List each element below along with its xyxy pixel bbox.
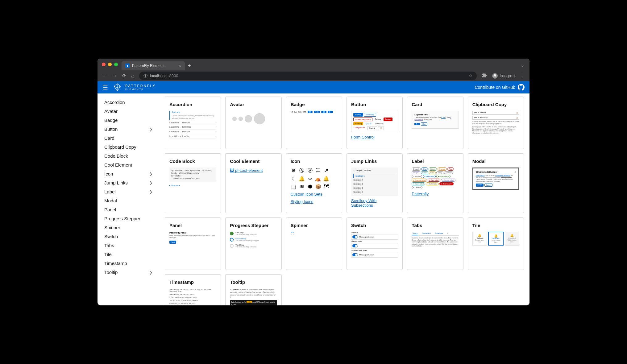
logo[interactable]: PATTERNFLY ELEMENTS — [113, 83, 156, 92]
info-icon[interactable]: ⓘ — [143, 73, 147, 79]
sidebar-item-switch[interactable]: Switch — [98, 232, 159, 241]
sidebar-item-clipboard-copy[interactable]: Clipboard Copy — [98, 143, 159, 151]
contribute-link[interactable]: Contribute on GitHub — [475, 84, 525, 91]
sidebar-item-tabs[interactable]: Tabs — [98, 241, 159, 250]
accessibility-icon: Ⓐ — [299, 168, 305, 174]
minimize-icon[interactable] — [108, 63, 112, 66]
card-grid: Accordion Item one Lorem ipsum dolor sit… — [165, 97, 524, 305]
sidebar-item-jump-links[interactable]: Jump Links❯ — [98, 178, 159, 187]
extensions-icon[interactable] — [482, 72, 487, 79]
tab-title: PatternFly Elements — [132, 64, 165, 68]
sidebar-item-avatar[interactable]: Avatar — [98, 107, 159, 116]
card-badge[interactable]: Badge 1724240900 179001024 — [286, 97, 342, 149]
tabs-menu-icon[interactable]: ⌄ — [521, 63, 525, 68]
incognito-badge[interactable]: Incognito — [492, 73, 515, 79]
reload-icon[interactable]: ⟳ — [122, 73, 126, 79]
sidebar-item-tile[interactable]: Tile — [98, 250, 159, 259]
sidebar-item-panel[interactable]: Panel — [98, 205, 159, 214]
select-icon: ⬚ — [291, 184, 297, 189]
card-timestamp[interactable]: Timestamp Wednesday, January 25, 2023 at… — [165, 274, 221, 305]
card-accordion[interactable]: Accordion Item one Lorem ipsum dolor sit… — [165, 97, 221, 149]
sidebar-item-icon[interactable]: Icon❯ — [98, 169, 159, 178]
logo-icon — [113, 83, 122, 92]
sidebar: AccordionAvatarBadgeButton❯CardClipboard… — [98, 93, 159, 305]
browser-menu-icon[interactable]: ⋮ — [520, 73, 525, 79]
styling-icons-link[interactable]: Styling Icons — [291, 199, 314, 204]
layers-icon: ≋ — [299, 184, 305, 189]
sidebar-item-card[interactable]: Card — [98, 134, 159, 143]
card-progress[interactable]: Progress Stepper First StepThis is the f… — [225, 217, 281, 270]
avatar-icon — [254, 113, 265, 124]
card-tooltip[interactable]: Tooltip A Tooltip is a piece of flow con… — [225, 274, 281, 305]
sidebar-item-label[interactable]: Label❯ — [98, 187, 159, 196]
patternfly-link[interactable]: Patternfly — [412, 192, 429, 196]
sidebar-item-badge[interactable]: Badge — [98, 116, 159, 125]
form-control-link[interactable]: Form Control — [351, 135, 375, 139]
card-panel[interactable]: Panel PatternFly Panel Web content conta… — [165, 217, 221, 270]
url-input[interactable]: ⓘ localhost:8000 ☆ — [139, 72, 477, 80]
bookmark-icon[interactable]: ☆ — [469, 73, 472, 78]
card-label[interactable]: Label DefaultBlueGreenOrangeRedPurple Cy… — [407, 153, 463, 213]
logo-sub: ELEMENTS — [125, 88, 156, 91]
card-title: Switch — [351, 223, 398, 228]
check-icon — [230, 232, 234, 235]
card-clipboard[interactable]: Clipboard Copy This is editable📋 This is… — [468, 97, 524, 149]
url-port: :8000 — [168, 73, 178, 78]
card-spinner[interactable]: Spinner — [286, 217, 342, 270]
chevron-right-icon: ❯ — [149, 181, 152, 185]
close-icon[interactable] — [102, 63, 106, 66]
card-card[interactable]: Card Lightest card This is the lightest … — [407, 97, 463, 149]
card-tabs[interactable]: Tabs Users Containers Database › In natu… — [407, 217, 463, 270]
url-host: localhost — [150, 73, 166, 78]
bell-icon: 🔔 — [474, 234, 485, 237]
card-title: Timestamp — [169, 279, 216, 285]
share-icon: ↗ — [323, 168, 329, 174]
main-area: AccordionAvatarBadgeButton❯CardClipboard… — [98, 93, 529, 305]
browser-tab[interactable]: ◆ PatternFly Elements × — [122, 61, 185, 70]
sidebar-item-button[interactable]: Button❯ — [98, 125, 159, 134]
card-title: Spinner — [291, 223, 338, 228]
maximize-icon[interactable] — [114, 63, 118, 66]
moon-icon: ☾ — [291, 176, 297, 182]
card-title: Code Block — [169, 159, 216, 164]
card-jumplinks[interactable]: Jump Links ⌄ Jump to section Heading 1 H… — [347, 153, 403, 213]
back-icon[interactable]: ← — [102, 73, 107, 79]
card-icon[interactable]: Icon ⊕ⒶⒶ🖵↗ ☾🔔∞⛺🔔 ⬚≋⬢📦🗺 Custom Icon Sets … — [286, 153, 342, 213]
sidebar-item-accordion[interactable]: Accordion — [98, 98, 159, 107]
bell-solid-icon: 🔔 — [323, 176, 329, 182]
sidebar-item-code-block[interactable]: Code Block — [98, 151, 159, 160]
card-cool-element[interactable]: Cool Element 🖼 pf-cool-element — [225, 153, 281, 213]
map-icon: 🗺 — [323, 184, 329, 189]
browser-window: ◆ PatternFly Elements × + ⌄ ← → ⟳ ⌂ ⓘ lo… — [98, 59, 529, 305]
sidebar-item-timestamp[interactable]: Timestamp — [98, 259, 159, 268]
custom-icon-sets-link[interactable]: Custom Icon Sets — [291, 192, 322, 196]
sidebar-item-progress-stepper[interactable]: Progress Stepper — [98, 214, 159, 223]
hamburger-icon[interactable]: ☰ — [102, 84, 108, 91]
card-title: Tooltip — [230, 279, 277, 285]
scrollspy-link[interactable]: Scrollspy With Subsections — [351, 198, 398, 208]
home-icon[interactable]: ⌂ — [131, 73, 134, 79]
close-tab-icon[interactable]: × — [179, 63, 181, 68]
sidebar-item-spinner[interactable]: Spinner — [98, 223, 159, 232]
card-button[interactable]: Button Primary Secondary Danger Secondar… — [347, 97, 403, 149]
broken-image-link[interactable]: 🖼 pf-cool-element — [230, 168, 263, 173]
card-switch[interactable]: Switch Option A Message when on Without … — [347, 217, 403, 270]
favicon-icon: ◆ — [125, 64, 130, 68]
card-modal[interactable]: Modal Simple modal header× Lorem ipsum d… — [468, 153, 524, 213]
forward-icon[interactable]: → — [112, 73, 117, 79]
sidebar-item-tooltip[interactable]: Tooltip❯ — [98, 268, 159, 277]
card-title: Progress Stepper — [230, 223, 277, 228]
traffic-lights — [102, 63, 118, 66]
sidebar-item-cool-element[interactable]: Cool Element — [98, 160, 159, 169]
card-avatar[interactable]: Avatar — [225, 97, 281, 149]
app-header: ☰ PATTERNFLY ELEMENTS Contribute on GitH… — [98, 81, 529, 93]
card-title: Icon — [291, 159, 338, 164]
card-tile[interactable]: Tile 🔔DefaultSubtext goes here 🔔Selected… — [468, 217, 524, 270]
card-title: Panel — [169, 223, 216, 228]
card-codeblock[interactable]: Code Block apiVersion: helm.openshift.io… — [165, 153, 221, 213]
display-icon: 🖵 — [315, 168, 321, 174]
show-more-link[interactable]: ▸ Show more — [169, 184, 180, 186]
card-title: Tile — [472, 223, 519, 228]
sidebar-item-modal[interactable]: Modal — [98, 196, 159, 205]
new-tab-button[interactable]: + — [188, 63, 191, 68]
